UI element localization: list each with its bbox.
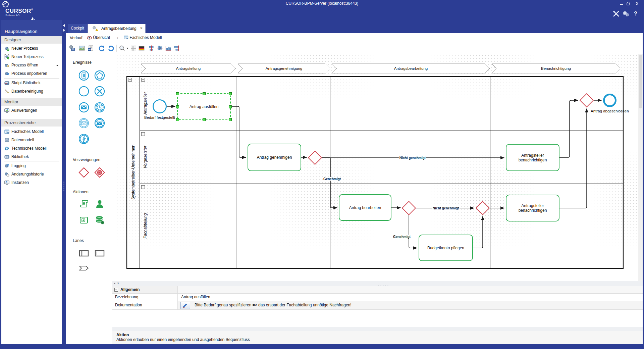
sidebar-item-technisches-modell[interactable]: Technisches Modell [1, 144, 62, 153]
properties-group-header[interactable]: Allgemein [112, 286, 178, 293]
blank-event-icon[interactable] [78, 86, 90, 97]
resize-handle[interactable] [229, 105, 232, 108]
start-event[interactable] [153, 99, 167, 113]
sidebar-item-datenbereinigung[interactable]: Datenbereinigung [1, 87, 62, 96]
user-action-icon[interactable] [94, 198, 105, 210]
tab-antragsbearbeitung[interactable]: Antragsbearbeitung × [88, 24, 146, 33]
document-event-icon[interactable] [78, 70, 90, 81]
pentagon-event-icon[interactable] [94, 70, 105, 81]
align-middle-icon[interactable] [148, 45, 155, 52]
redo-icon[interactable] [108, 45, 114, 52]
sidebar-item-prozess-importieren[interactable]: Prozess importieren [1, 69, 62, 78]
script-action-icon[interactable] [78, 198, 90, 210]
info-panel-title: Aktion [116, 333, 643, 337]
close-button[interactable] [635, 1, 640, 6]
phase-benachrichtigung[interactable]: Benachrichtigung [492, 64, 620, 73]
resize-handle[interactable] [176, 118, 179, 121]
sidebar-item-neuer-teilprozess[interactable]: Neuer Teilprozess [1, 53, 62, 61]
phase-antragsbearbeitung[interactable]: Antragsbearbeitung [332, 64, 490, 73]
sidebar-collapse-strip[interactable] [62, 20, 66, 344]
breadcrumb-label: Fachliches Modell [129, 35, 162, 40]
edit-documentation-button[interactable] [180, 302, 190, 309]
properties-info-splitter[interactable] [112, 327, 643, 331]
message-boundary-event-icon[interactable] [78, 117, 90, 129]
collapse-right-icon[interactable] [63, 29, 65, 32]
language-german-icon[interactable] [138, 45, 145, 52]
sidebar-item-aenderungshistorie[interactable]: Änderungshistorie [1, 170, 62, 179]
restore-button[interactable] [626, 1, 631, 6]
dropdown-caret-icon[interactable] [56, 65, 59, 66]
resize-handle[interactable] [203, 118, 206, 121]
grid-icon[interactable] [130, 45, 137, 52]
minimize-button[interactable] [619, 1, 624, 6]
sidebar-item-logging[interactable]: Logging [1, 162, 62, 170]
canvas-vertical-scrollbar[interactable] [638, 54, 643, 281]
complex-gateway-icon[interactable] [94, 167, 105, 178]
resize-handle[interactable] [229, 118, 232, 121]
resize-handle[interactable] [176, 92, 179, 95]
task-antragsteller-benachrichtigen-1[interactable]: Antragsteller benachrichtigen [506, 144, 559, 171]
lane-collapse-button[interactable] [141, 132, 145, 136]
message-event-icon[interactable] [78, 102, 90, 113]
task-antrag-bearbeiten[interactable]: Antrag bearbeiten [339, 194, 391, 221]
task-antrag-ausfuellen[interactable]: Antrag ausfüllen [177, 93, 231, 120]
sidebar-item-skript-bibliothek[interactable]: Skript-Bibliothek [1, 79, 62, 87]
timer-event-icon[interactable] [94, 102, 105, 113]
breadcrumb-uebersicht[interactable]: Übersicht [87, 34, 110, 41]
collapse-left-icon[interactable] [63, 24, 65, 27]
admin-settings-icon[interactable] [622, 10, 630, 17]
tab-cockpit[interactable]: Cockpit [68, 24, 87, 33]
task-budgetkonto-pflegen[interactable]: Budgetkonto pflegen [419, 235, 473, 261]
export-image-icon[interactable] [78, 45, 85, 52]
task-antrag-genehmigen[interactable]: Antrag genehmigen [248, 144, 301, 171]
breadcrumb-fachliches-modell[interactable]: Fachliches Modell [124, 34, 162, 41]
phase-antragsgenehmigung[interactable]: Antragsgenehmigung [238, 64, 330, 73]
property-value-dokumentation[interactable]: Bitte Bedarf genau spezifizieren => das … [195, 303, 352, 307]
sidebar-item-datenmodell[interactable]: Datenmodell [1, 136, 62, 144]
distribute-chart-icon[interactable] [165, 45, 172, 52]
sidebar-item-fachliches-modell[interactable]: Fachliches Modell [1, 128, 62, 136]
group-collapse-icon[interactable] [114, 288, 118, 292]
exclusive-gateway-icon[interactable] [78, 167, 90, 178]
canvas-properties-splitter[interactable]: ▲ ▼ [112, 281, 643, 286]
resize-handle[interactable] [176, 105, 179, 108]
lane-collapse-button[interactable] [141, 185, 145, 189]
sidebar-item-auswertungen[interactable]: Auswertungen [1, 106, 62, 115]
strip-drag-handle[interactable] [63, 181, 65, 192]
tab-close-icon[interactable]: × [140, 26, 143, 31]
subprocess-action-icon[interactable] [78, 214, 90, 226]
sidebar-item-instanzen[interactable]: Instanzen [1, 179, 62, 187]
lane-collapse-button[interactable] [141, 78, 145, 82]
undo-icon[interactable] [98, 45, 105, 52]
error-event-icon[interactable] [78, 133, 90, 145]
database-action-icon[interactable] [94, 214, 105, 226]
message-end-event-icon[interactable] [94, 117, 105, 129]
export-document-icon[interactable]: W [87, 45, 94, 52]
sidebar-item-prozess-oeffnen[interactable]: Prozess öffnen [1, 61, 62, 69]
align-center-icon[interactable] [157, 45, 163, 52]
splitter-collapse-icons[interactable]: ▲ ▼ [113, 282, 119, 285]
property-label-bezeichnung: Bezeichnung [112, 294, 178, 301]
sidebar-item-bibliothek[interactable]: Bibliothek [1, 153, 62, 161]
cancel-event-icon[interactable] [94, 86, 105, 97]
help-icon[interactable]: ? [632, 11, 639, 18]
svg-text:W: W [88, 48, 91, 51]
zoom-dropdown-caret[interactable] [126, 48, 128, 49]
save-export-icon[interactable] [69, 45, 75, 52]
pool-icon[interactable] [78, 248, 90, 259]
sidebar-item-neuer-prozess[interactable]: Neuer Prozess [1, 44, 62, 53]
diagram-canvas[interactable]: Antragstellung Antragsgenehmigung Antrag… [116, 54, 638, 281]
eye-icon [87, 36, 92, 40]
phase-icon[interactable] [78, 262, 90, 274]
lane-icon[interactable] [94, 248, 105, 259]
phase-antragstellung[interactable]: Antragstellung [141, 64, 236, 73]
align-right-icon[interactable] [173, 45, 180, 52]
pool-collapse-button[interactable] [128, 78, 132, 82]
tools-icon[interactable] [612, 10, 620, 17]
end-event[interactable] [603, 94, 616, 107]
task-antragsteller-benachrichtigen-2[interactable]: Antragsteller benachrichtigen [506, 195, 559, 221]
property-value-bezeichnung[interactable]: Antrag ausfüllen [178, 294, 643, 301]
zoom-icon[interactable] [119, 45, 125, 52]
resize-handle[interactable] [229, 92, 232, 95]
resize-handle[interactable] [203, 92, 206, 95]
